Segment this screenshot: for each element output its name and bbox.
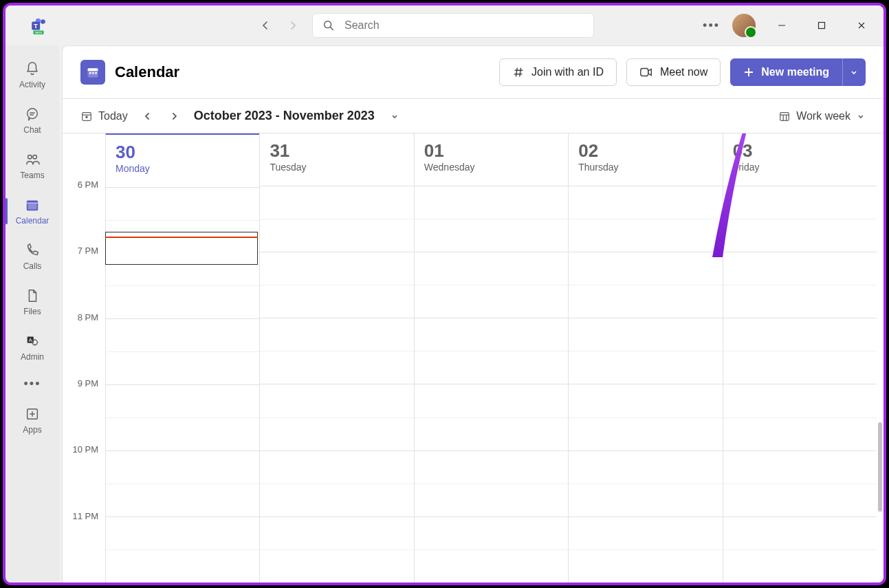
day-column[interactable]: 01Wednesday: [414, 133, 568, 582]
close-button[interactable]: [848, 14, 875, 36]
time-slot[interactable]: [106, 549, 259, 582]
day-header[interactable]: 01Wednesday: [415, 133, 568, 186]
time-slot[interactable]: [415, 351, 568, 384]
time-slot[interactable]: [569, 285, 722, 318]
day-column[interactable]: 03Friday: [723, 133, 877, 582]
time-slot[interactable]: [260, 549, 413, 582]
day-number: 02: [578, 140, 712, 162]
view-selector[interactable]: Work week: [778, 110, 866, 122]
time-slot[interactable]: [260, 186, 413, 219]
day-column[interactable]: 30Monday: [105, 133, 259, 582]
time-slot[interactable]: [723, 417, 877, 450]
time-slot[interactable]: [106, 318, 259, 351]
meet-now-button[interactable]: Meet now: [626, 58, 721, 86]
time-slot[interactable]: [415, 252, 568, 285]
time-slot[interactable]: [569, 186, 722, 219]
sidebar-item-admin[interactable]: A Admin: [6, 325, 59, 370]
sidebar-item-calls[interactable]: Calls: [6, 234, 59, 279]
more-options-button[interactable]: •••: [703, 19, 720, 33]
time-slot[interactable]: [260, 483, 413, 516]
day-column[interactable]: 02Thursday: [568, 133, 722, 582]
scroll-thumb[interactable]: [878, 422, 882, 512]
time-slot[interactable]: [569, 219, 722, 252]
new-meeting-button[interactable]: New meeting: [730, 58, 842, 86]
time-slot[interactable]: [723, 549, 877, 582]
file-icon: [24, 287, 41, 304]
time-slot[interactable]: [415, 219, 568, 252]
time-slot[interactable]: [569, 549, 722, 582]
sidebar-item-chat[interactable]: Chat: [6, 98, 59, 143]
sidebar-item-files[interactable]: Files: [6, 279, 59, 325]
time-slot[interactable]: [106, 483, 259, 516]
time-slot[interactable]: [260, 252, 413, 285]
calendar-grid[interactable]: 6 PM 7 PM 8 PM 9 PM 10 PM 11 PM 30Monday…: [63, 133, 883, 582]
time-slot[interactable]: [106, 351, 259, 384]
sidebar-more-button[interactable]: •••: [6, 370, 59, 398]
time-slot[interactable]: [723, 450, 877, 483]
today-button[interactable]: Today: [80, 110, 128, 122]
day-header[interactable]: 31Tuesday: [260, 133, 413, 186]
day-header[interactable]: 02Thursday: [569, 133, 722, 186]
time-slot[interactable]: [415, 285, 568, 318]
time-slot[interactable]: [106, 450, 259, 483]
time-slot[interactable]: [723, 252, 877, 285]
time-slot[interactable]: [415, 186, 568, 219]
time-slot[interactable]: [569, 384, 722, 417]
vertical-scrollbar[interactable]: [877, 133, 883, 582]
maximize-button[interactable]: [808, 14, 835, 36]
time-slot[interactable]: [723, 219, 877, 252]
time-slot[interactable]: [569, 417, 722, 450]
time-slot[interactable]: [569, 483, 722, 516]
time-slot[interactable]: [415, 516, 568, 549]
forward-button[interactable]: [282, 14, 304, 36]
time-slot[interactable]: [415, 549, 568, 582]
search-box[interactable]: [312, 13, 594, 38]
time-slot[interactable]: [106, 384, 259, 417]
time-slot[interactable]: [260, 417, 413, 450]
time-slot[interactable]: [415, 384, 568, 417]
prev-week-button[interactable]: [139, 108, 155, 124]
sidebar-item-activity[interactable]: Activity: [6, 52, 59, 98]
time-slot[interactable]: [723, 285, 877, 318]
time-slot[interactable]: [260, 450, 413, 483]
next-week-button[interactable]: [166, 108, 183, 124]
day-column[interactable]: 31Tuesday: [259, 133, 413, 582]
time-slot[interactable]: [723, 483, 877, 516]
time-slot[interactable]: [569, 318, 722, 351]
time-slot[interactable]: [569, 351, 722, 384]
join-with-id-button[interactable]: Join with an ID: [499, 58, 617, 86]
minimize-button[interactable]: [768, 14, 795, 36]
day-header[interactable]: 03Friday: [723, 133, 877, 186]
back-button[interactable]: [254, 14, 276, 36]
sidebar-item-teams[interactable]: Teams: [6, 143, 59, 188]
chevron-down-icon[interactable]: [390, 111, 399, 121]
time-slot[interactable]: [415, 450, 568, 483]
time-slot[interactable]: [569, 450, 722, 483]
sidebar-item-calendar[interactable]: Calendar: [6, 188, 59, 234]
time-slot[interactable]: [723, 318, 877, 351]
time-slot[interactable]: [106, 187, 259, 220]
time-slot[interactable]: [106, 285, 259, 318]
time-slot[interactable]: [415, 417, 568, 450]
search-input[interactable]: [344, 19, 584, 32]
time-slot[interactable]: [260, 516, 413, 549]
sidebar-item-apps[interactable]: Apps: [6, 398, 59, 443]
day-header[interactable]: 30Monday: [106, 135, 259, 187]
time-slot[interactable]: [415, 318, 568, 351]
time-slot[interactable]: [569, 516, 722, 549]
time-slot[interactable]: [260, 318, 413, 351]
time-slot[interactable]: [723, 351, 877, 384]
time-slot[interactable]: [260, 384, 413, 417]
time-slot[interactable]: [723, 516, 877, 549]
time-slot[interactable]: [569, 252, 722, 285]
time-slot[interactable]: [106, 516, 259, 549]
user-avatar[interactable]: [732, 14, 756, 37]
time-slot[interactable]: [415, 483, 568, 516]
time-slot[interactable]: [106, 417, 259, 450]
time-slot[interactable]: [723, 186, 877, 219]
time-slot[interactable]: [260, 351, 413, 384]
time-slot[interactable]: [723, 384, 877, 417]
time-slot[interactable]: [260, 219, 413, 252]
time-slot[interactable]: [260, 285, 413, 318]
new-meeting-dropdown[interactable]: [842, 58, 866, 86]
